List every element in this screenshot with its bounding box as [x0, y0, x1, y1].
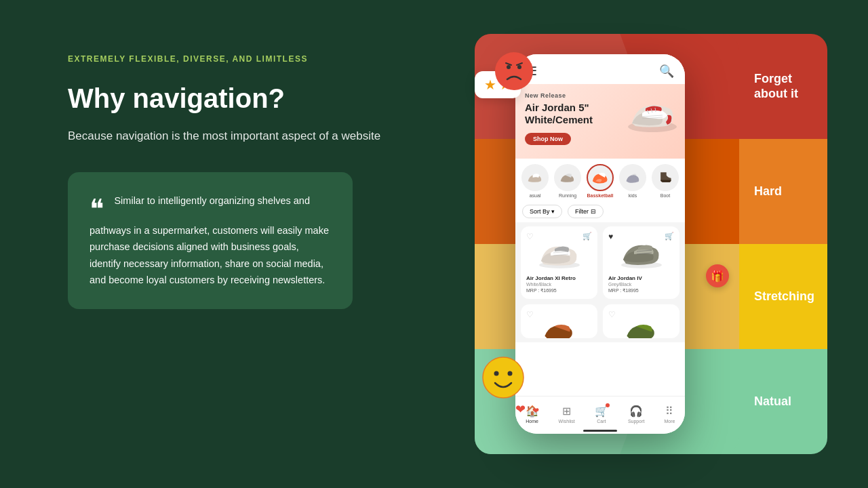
- nav-cart-label: Cart: [597, 419, 606, 424]
- quote-mark-icon: ❝: [90, 195, 104, 222]
- cat-circle-casual: [521, 164, 549, 191]
- phone-header: ☰ 🔍: [515, 54, 685, 84]
- shop-now-button[interactable]: Shop Now: [525, 133, 571, 145]
- nav-support-label: Support: [628, 419, 645, 424]
- product-card-4: ♡: [603, 304, 679, 338]
- svg-point-6: [495, 52, 533, 90]
- gift-button[interactable]: 🎁: [706, 264, 729, 287]
- nav-support[interactable]: 🎧 Support: [628, 405, 645, 424]
- wishlist-icon-3[interactable]: ♡: [526, 310, 534, 319]
- cat-item-kids[interactable]: kids: [618, 164, 647, 198]
- nav-wishlist-label: Wishlist: [559, 419, 575, 424]
- left-section: EXTREMELY FLEXIBLE, DIVERSE, AND LIMITLE…: [68, 54, 407, 309]
- nav-cart[interactable]: 🛒 Cart: [595, 405, 608, 424]
- svg-point-12: [494, 371, 499, 376]
- banner-shoe-image: [625, 89, 679, 150]
- cat-circle-basketball: [587, 164, 614, 191]
- product-name-2: Air Jordan IV: [608, 275, 674, 282]
- phone-mockup: ☰ 🔍 New Release Air Jordan 5"White/Cemen…: [515, 54, 685, 434]
- diff-label-natural: Natual: [746, 349, 834, 454]
- product-color-2: Grey/Black: [608, 282, 674, 287]
- cat-circle-boot: [652, 164, 679, 191]
- wishlist-icon-2[interactable]: ♥: [608, 232, 613, 241]
- product-price-2: MRP : ₹18995: [608, 288, 674, 293]
- product-card-1: ♡ Air Jordan XI Retro White/Black MRP : …: [521, 226, 597, 299]
- tagline: EXTREMELY FLEXIBLE, DIVERSE, AND LIMITLE…: [68, 54, 407, 64]
- cat-circle-running: [554, 164, 581, 191]
- quote-text: Similar to intelligently organizing shel…: [90, 195, 329, 286]
- products-grid: ♡ Air Jordan XI Retro White/Black MRP : …: [515, 222, 685, 342]
- nav-home-label: Home: [526, 419, 538, 424]
- cat-item-boot[interactable]: Boot: [651, 164, 679, 198]
- product-image-3: [526, 310, 592, 338]
- phone-banner: New Release Air Jordan 5"White/Cement Sh…: [515, 84, 685, 159]
- heart-icon-large: ❤: [515, 403, 526, 416]
- product-image-4: [608, 310, 674, 338]
- svg-point-7: [507, 65, 511, 69]
- svg-point-8: [517, 65, 521, 69]
- diff-label-forget: Forgetabout it: [746, 34, 834, 139]
- nav-wishlist[interactable]: ⊞ Wishlist: [559, 405, 575, 424]
- wishlist-nav-icon: ⊞: [562, 405, 571, 418]
- product-color-1: White/Black: [526, 282, 592, 287]
- difficulty-labels: Forgetabout it Hard Stretching Natual: [746, 34, 834, 454]
- diff-label-hard: Hard: [746, 139, 834, 244]
- filter-button[interactable]: Filter ⊟: [568, 205, 604, 218]
- cat-item-basketball[interactable]: Bassketball: [586, 164, 614, 198]
- main-title: Why navigation?: [68, 83, 407, 114]
- product-card-2: ♥ Air Jordan IV Grey/Black MRP : ₹18995: [603, 226, 679, 299]
- cat-item-running[interactable]: Running: [553, 164, 582, 198]
- svg-point-13: [508, 371, 513, 376]
- add-to-cart-2[interactable]: 🛒: [665, 232, 674, 241]
- product-name-1: Air Jordan XI Retro: [526, 275, 592, 282]
- subtitle: Because navigation is the most important…: [68, 127, 407, 145]
- support-nav-icon: 🎧: [629, 405, 643, 418]
- hearts-container: ❤ ❤: [515, 402, 539, 417]
- filter-bar: Sort By ▾ Filter ⊟: [515, 201, 685, 222]
- sad-emoji: [494, 51, 534, 92]
- bottom-nav: 🏠 Home ⊞ Wishlist 🛒 Cart 🎧 Support ⠿ Mor…: [515, 396, 685, 434]
- add-to-cart-1[interactable]: 🛒: [583, 232, 592, 241]
- more-nav-icon: ⠿: [665, 405, 673, 418]
- product-price-1: MRP : ₹16995: [526, 288, 592, 293]
- sort-button[interactable]: Sort By ▾: [522, 205, 562, 218]
- nav-more[interactable]: ⠿ More: [665, 405, 675, 424]
- diff-label-stretching: Stretching: [746, 244, 834, 349]
- svg-point-11: [483, 357, 524, 398]
- right-section: Forgetabout it Hard Stretching Natual ★ …: [454, 34, 834, 454]
- nav-more-label: More: [665, 419, 675, 424]
- phone-search-icon[interactable]: 🔍: [659, 64, 674, 79]
- cat-circle-kids: [619, 164, 646, 191]
- cart-nav-icon: 🛒: [595, 405, 608, 418]
- cat-item-casual[interactable]: asual: [521, 164, 549, 198]
- nav-indicator: [583, 430, 617, 432]
- wishlist-icon-4[interactable]: ♡: [608, 310, 616, 319]
- product-card-3: ♡: [521, 304, 597, 338]
- wishlist-icon-1[interactable]: ♡: [526, 232, 534, 241]
- categories-row: asual Running: [515, 159, 685, 201]
- heart-icon-small: ❤: [532, 406, 539, 415]
- quote-box: ❝ Similar to intelligently organizing sh…: [68, 172, 353, 310]
- happy-emoji: [481, 356, 526, 400]
